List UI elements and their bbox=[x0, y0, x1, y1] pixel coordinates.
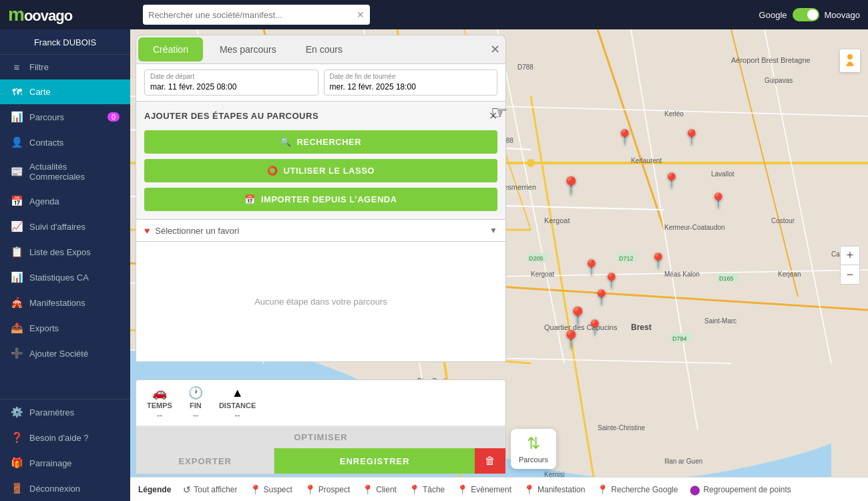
tabs-close-icon[interactable]: ✕ bbox=[490, 42, 500, 57]
sidebar-item-carte[interactable]: 🗺 Carte bbox=[0, 79, 130, 104]
optimiser-button[interactable]: OPTIMISER bbox=[136, 426, 505, 448]
marker-3[interactable]: 📍 bbox=[709, 192, 727, 210]
search-clear-icon[interactable]: ✕ bbox=[357, 9, 365, 20]
sidebar-item-aide[interactable]: ❓ Besoin d'aide ? bbox=[0, 425, 130, 450]
sidebar-item-statistiques[interactable]: 📊 Statistiques CA bbox=[0, 265, 130, 290]
marker-13[interactable]: 📍 bbox=[560, 329, 582, 350]
empty-message: Aucune étape dans votre parcours bbox=[254, 297, 387, 307]
marker-2[interactable]: 📍 bbox=[662, 172, 680, 190]
zoom-in-button[interactable]: + bbox=[841, 246, 859, 265]
date-fin-input[interactable] bbox=[330, 82, 492, 92]
parrainage-icon: 🎁 bbox=[11, 457, 23, 469]
legend-item-regroupement[interactable]: ⬤ Regroupement de points bbox=[690, 484, 791, 495]
legend-item-tout[interactable]: ↺ Tout afficher bbox=[183, 484, 237, 495]
zoom-out-button[interactable]: − bbox=[841, 265, 859, 284]
legend-label-manifestation: Manifestation bbox=[537, 485, 585, 494]
svg-text:Kerléo: Kerléo bbox=[664, 110, 684, 118]
add-steps-close-icon[interactable]: ✕ bbox=[489, 110, 497, 122]
legend-item-manifestation[interactable]: 📍 Manifestation bbox=[523, 484, 585, 495]
tache-marker-icon: 📍 bbox=[409, 484, 420, 495]
svg-text:D205: D205 bbox=[529, 255, 544, 262]
svg-text:Kerlaurent: Kerlaurent bbox=[631, 157, 662, 164]
date-depart-field[interactable]: Date de départ bbox=[144, 69, 318, 96]
tab-mes-parcours[interactable]: Mes parcours bbox=[205, 37, 291, 61]
sidebar-item-manifestations[interactable]: 🎪 Manifestations bbox=[0, 290, 130, 315]
legend-bar: Légende ↺ Tout afficher 📍 Suspect 📍 Pros… bbox=[130, 477, 868, 501]
legend-title: Légende bbox=[138, 485, 171, 494]
sidebar-item-filtre[interactable]: ≡ Filtre bbox=[0, 55, 130, 79]
sidebar-item-parametres[interactable]: ⚙️ Paramètres bbox=[0, 399, 130, 425]
svg-text:Aéroport Brest Bretagne: Aéroport Brest Bretagne bbox=[731, 56, 811, 64]
svg-text:D712: D712 bbox=[619, 255, 634, 262]
stats-icon: 📊 bbox=[11, 271, 23, 283]
filter-icon: ≡ bbox=[11, 61, 23, 73]
parcours-badge: 0 bbox=[107, 112, 120, 122]
marker-7[interactable]: 📍 bbox=[582, 259, 600, 277]
save-button[interactable]: ENREGISTRER bbox=[274, 448, 475, 474]
importer-button[interactable]: 📅 IMPORTER DEPUIS L'AGENDA bbox=[144, 188, 497, 211]
legend-label-recherche: Recherche Google bbox=[611, 485, 678, 494]
legend-item-prospect[interactable]: 📍 Prospect bbox=[304, 484, 350, 495]
sidebar-item-ajouter[interactable]: ➕ Ajouter Société bbox=[0, 341, 130, 366]
svg-text:Kergoat: Kergoat bbox=[544, 216, 570, 224]
calendar-icon: 📅 bbox=[244, 194, 256, 204]
legend-item-evenement[interactable]: 📍 Evènement bbox=[457, 484, 511, 495]
svg-text:Illan ar Guen: Illan ar Guen bbox=[664, 458, 702, 465]
tab-creation[interactable]: Création bbox=[138, 37, 203, 61]
sidebar-item-parcours[interactable]: 📊 Parcours 0 bbox=[0, 104, 130, 130]
sidebar-item-expos[interactable]: 📋 Liste des Expos bbox=[0, 239, 130, 265]
tabs-row: Création Mes parcours En cours ✕ bbox=[136, 35, 506, 63]
suspect-marker-icon: 📍 bbox=[250, 484, 261, 495]
heart-icon: ♥ bbox=[144, 225, 150, 236]
sidebar-item-agenda[interactable]: 📅 Agenda bbox=[0, 188, 130, 214]
sidebar-label-deconnexion: Déconnexion bbox=[29, 484, 80, 494]
refresh-icon: ↺ bbox=[183, 484, 191, 495]
marker-5[interactable]: 📍 bbox=[649, 253, 667, 270]
marker-4[interactable]: 📍 bbox=[682, 129, 700, 146]
bottom-stats: 🚗 TEMPS -- 🕐 FIN -- ▲ DISTANCE -- bbox=[136, 379, 506, 474]
legend-label-prospect: Prospect bbox=[318, 485, 350, 494]
sidebar-item-deconnexion[interactable]: 🚪 Déconnexion bbox=[0, 476, 130, 501]
legend-item-client[interactable]: 📍 Client bbox=[362, 484, 397, 495]
app-container: moovago ✕ Google Moovago Franck DUBOIS ≡… bbox=[0, 0, 868, 501]
sidebar-label-stats: Statistiques CA bbox=[29, 273, 89, 283]
date-row: Date de départ Date de fin de tournée bbox=[136, 63, 506, 101]
logo: moovago bbox=[8, 4, 72, 25]
marker-9[interactable]: 📍 bbox=[592, 289, 610, 307]
distance-value: -- bbox=[235, 411, 240, 420]
sidebar-item-actualites[interactable]: 📰 Actualités Commerciales bbox=[0, 155, 130, 188]
toggle-switch[interactable] bbox=[793, 8, 819, 21]
legend-item-suspect[interactable]: 📍 Suspect bbox=[250, 484, 292, 495]
add-icon: ➕ bbox=[11, 347, 23, 359]
rechercher-button[interactable]: 🔍 RECHERCHER bbox=[144, 130, 497, 154]
legend-item-recherche[interactable]: 📍 Recherche Google bbox=[597, 484, 678, 495]
main-area: Franck DUBOIS ≡ Filtre 🗺 Carte 📊 Parcour… bbox=[0, 29, 868, 501]
parcours-float-button[interactable]: ⇅ Parcours bbox=[511, 429, 556, 469]
sidebar-item-contacts[interactable]: 👤 Contacts bbox=[0, 130, 130, 155]
map-container[interactable]: Gouesnoc Aéroport Brest Bretagne Kerleau… bbox=[130, 29, 868, 501]
legend-label-tache: Tâche bbox=[423, 485, 445, 494]
date-depart-input[interactable] bbox=[150, 82, 312, 92]
sidebar-item-parrainage[interactable]: 🎁 Parrainage bbox=[0, 450, 130, 476]
favori-row[interactable]: ♥ Sélectionner un favori ▼ bbox=[136, 220, 506, 242]
lasso-button[interactable]: ⭕ UTILISER LE LASSO bbox=[144, 159, 497, 182]
date-fin-field[interactable]: Date de fin de tournée bbox=[324, 69, 498, 96]
search-input[interactable] bbox=[148, 10, 357, 20]
tab-en-cours[interactable]: En cours bbox=[291, 37, 357, 61]
map-zoom-controls: + − bbox=[840, 246, 860, 285]
svg-point-22 bbox=[527, 159, 535, 167]
marker-8[interactable]: 📍 bbox=[602, 273, 620, 290]
sidebar-item-suivi[interactable]: 📈 Suivi d'affaires bbox=[0, 214, 130, 239]
marker-6[interactable]: 📍 bbox=[560, 176, 582, 196]
stat-distance: ▲ DISTANCE -- bbox=[219, 386, 256, 420]
sidebar-label-parametres: Paramètres bbox=[29, 407, 74, 418]
export-button[interactable]: EXPORTER bbox=[136, 448, 274, 474]
street-view-icon[interactable] bbox=[840, 49, 860, 72]
marker-1[interactable]: 📍 bbox=[616, 129, 634, 146]
svg-text:Kerjean: Kerjean bbox=[778, 271, 801, 278]
marker-11[interactable]: 📍 bbox=[586, 319, 604, 337]
legend-item-tache[interactable]: 📍 Tâche bbox=[409, 484, 445, 495]
sidebar-item-exports[interactable]: 📤 Exports bbox=[0, 315, 130, 341]
delete-button[interactable]: 🗑 bbox=[475, 448, 505, 474]
search-bar[interactable]: ✕ bbox=[143, 5, 370, 25]
